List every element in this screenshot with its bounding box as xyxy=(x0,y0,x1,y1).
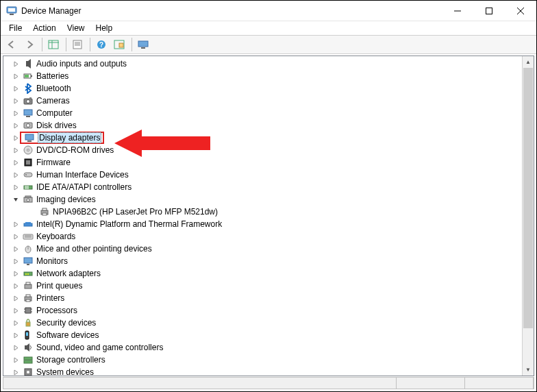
collapse-icon[interactable] xyxy=(12,195,20,204)
tree-item-label: Intel(R) Dynamic Platform and Thermal Fr… xyxy=(36,219,222,229)
menu-help[interactable]: Help xyxy=(90,22,118,34)
selected-tree-item[interactable]: Display adapters xyxy=(20,132,104,144)
tree-item[interactable]: Sound, video and game controllers xyxy=(9,341,522,354)
maximize-button[interactable] xyxy=(473,1,505,21)
titlebar[interactable]: Device Manager xyxy=(1,1,536,21)
tree-item[interactable]: IDE ATA/ATAPI controllers xyxy=(9,181,522,193)
printq-icon xyxy=(23,280,34,291)
expand-icon[interactable] xyxy=(12,158,20,167)
tree-item[interactable]: Audio inputs and outputs xyxy=(9,58,522,70)
disk-icon xyxy=(23,120,34,131)
tree-item[interactable]: NPIA96B2C (HP LaserJet Pro MFP M521dw) xyxy=(9,206,522,218)
menu-action[interactable]: Action xyxy=(27,22,61,34)
tree-item[interactable]: Cameras xyxy=(9,95,522,107)
svg-rect-23 xyxy=(25,75,29,77)
tree-item-label: Storage controllers xyxy=(36,355,105,365)
expand-icon[interactable] xyxy=(12,319,20,327)
tree-item[interactable]: Human Interface Devices xyxy=(9,169,522,181)
tree-item[interactable]: Print queues xyxy=(9,280,522,292)
keyboard-icon xyxy=(23,231,34,242)
expand-icon[interactable] xyxy=(12,171,20,179)
expand-icon[interactable] xyxy=(12,331,20,339)
expand-icon[interactable] xyxy=(12,220,20,228)
expand-icon[interactable] xyxy=(12,121,20,130)
svg-rect-74 xyxy=(25,345,27,350)
scroll-track[interactable] xyxy=(523,68,534,364)
tree-item-label: Processors xyxy=(36,306,77,315)
back-button[interactable] xyxy=(3,37,20,52)
tree-item[interactable]: Display adapters xyxy=(9,132,522,144)
expand-icon[interactable] xyxy=(12,97,20,105)
tree-item-label: Audio inputs and outputs xyxy=(36,59,127,69)
close-button[interactable] xyxy=(505,1,536,21)
tree-item[interactable]: DVD/CD-ROM drives xyxy=(9,144,522,156)
tree-item[interactable]: Intel(R) Dynamic Platform and Thermal Fr… xyxy=(9,218,522,230)
tree-item[interactable]: Batteries xyxy=(9,70,522,82)
tree-item[interactable]: Printers xyxy=(9,292,522,304)
expand-icon[interactable] xyxy=(12,72,20,80)
expand-icon[interactable] xyxy=(12,134,20,142)
monitor-button[interactable] xyxy=(135,37,151,52)
expand-icon[interactable] xyxy=(12,356,20,364)
intel-icon xyxy=(23,219,34,230)
scroll-down-button[interactable]: ▼ xyxy=(523,364,534,376)
expand-icon[interactable] xyxy=(12,343,20,352)
expand-icon[interactable] xyxy=(12,232,20,241)
forward-button[interactable] xyxy=(21,37,38,52)
menu-file[interactable]: File xyxy=(3,22,27,34)
properties-button[interactable] xyxy=(69,37,86,52)
help-button[interactable]: ? xyxy=(93,37,110,52)
scan-hardware-button[interactable] xyxy=(111,37,127,52)
tree-item[interactable]: Software devices xyxy=(9,329,522,341)
expand-icon[interactable] xyxy=(12,257,20,265)
tree-item[interactable]: Computer xyxy=(9,107,522,119)
tree-item-label: Disk drives xyxy=(36,121,77,130)
expand-icon[interactable] xyxy=(12,109,20,117)
svg-rect-17 xyxy=(119,43,123,47)
menu-view[interactable]: View xyxy=(62,22,90,34)
tree-item[interactable]: Keyboards xyxy=(9,230,522,243)
tree-item[interactable]: Processors xyxy=(9,304,522,317)
tree-item-label: Bluetooth xyxy=(36,84,71,93)
tree-item[interactable]: Mice and other pointing devices xyxy=(9,243,522,255)
expand-icon[interactable] xyxy=(12,245,20,253)
show-hide-tree-button[interactable] xyxy=(45,37,62,52)
camera-icon xyxy=(23,95,34,106)
tree-item-label: Human Interface Devices xyxy=(36,170,129,180)
svg-point-45 xyxy=(27,199,29,201)
toolbar: ? xyxy=(1,35,536,54)
expand-icon[interactable] xyxy=(12,282,20,290)
svg-point-25 xyxy=(27,100,30,103)
display-icon xyxy=(24,132,35,143)
scroll-up-button[interactable]: ▲ xyxy=(523,56,534,68)
tree-item[interactable]: System devices xyxy=(9,366,522,376)
expand-icon[interactable] xyxy=(12,84,20,93)
tree-item[interactable]: Firmware xyxy=(9,156,522,169)
svg-rect-28 xyxy=(26,116,30,117)
status-pane-2 xyxy=(397,378,465,389)
vertical-scrollbar[interactable]: ▲ ▼ xyxy=(522,56,534,376)
expand-icon[interactable] xyxy=(12,306,20,315)
battery-icon xyxy=(23,71,34,82)
scroll-thumb[interactable] xyxy=(523,68,533,328)
tree-item[interactable]: Network adapters xyxy=(9,267,522,280)
expand-icon[interactable] xyxy=(12,183,20,191)
tree-item[interactable]: Imaging devices xyxy=(9,193,522,206)
expand-icon[interactable] xyxy=(12,368,20,376)
minimize-button[interactable] xyxy=(442,1,473,21)
svg-rect-18 xyxy=(138,41,148,47)
svg-rect-26 xyxy=(29,97,32,99)
expand-icon[interactable] xyxy=(12,269,20,278)
toolbar-separator xyxy=(132,38,132,51)
expand-icon[interactable] xyxy=(12,294,20,302)
tree-item[interactable]: Security devices xyxy=(9,317,522,329)
tree-item-label: DVD/CD-ROM drives xyxy=(36,145,114,155)
tree-item[interactable]: Disk drives xyxy=(9,119,522,132)
tree-item[interactable]: Storage controllers xyxy=(9,354,522,366)
tree-item[interactable]: Monitors xyxy=(9,255,522,267)
expand-icon[interactable] xyxy=(12,146,20,154)
tree-item[interactable]: Bluetooth xyxy=(9,82,522,95)
toolbar-separator xyxy=(66,38,66,51)
expand-icon[interactable] xyxy=(12,60,20,68)
device-tree[interactable]: Audio inputs and outputsBatteriesBluetoo… xyxy=(3,56,522,376)
